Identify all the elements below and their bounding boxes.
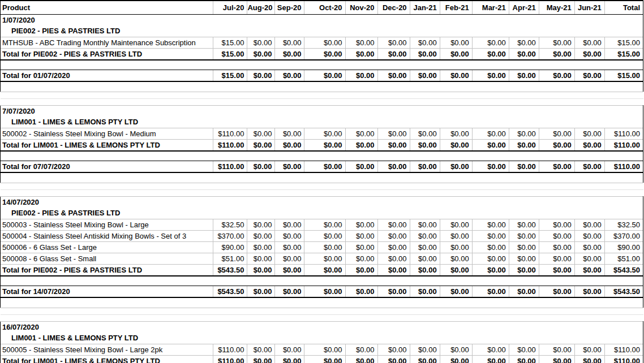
column-header-total[interactable]: Total	[604, 1, 643, 14]
total-label-cell[interactable]: Total for LIM001 - LIMES & LEMONS PTY LT…	[1, 355, 213, 363]
amount-cell-feb-21[interactable]: $0.00	[440, 219, 472, 230]
product-label-cell[interactable]: MTHSUB - ABC Trading Monthly Maintenance…	[1, 37, 213, 48]
amount-cell-sep-20[interactable]: $0.00	[275, 139, 304, 151]
amount-cell-jul-20[interactable]: $110.00	[213, 139, 247, 151]
amount-cell-mar-21[interactable]: $0.00	[472, 37, 509, 48]
amount-cell-mar-21[interactable]: $0.00	[472, 230, 509, 241]
amount-cell-jan-21[interactable]: $0.00	[410, 355, 440, 363]
product-label-cell[interactable]: 500003 - Stainless Steel Mixing Bowl - L…	[1, 219, 213, 230]
amount-cell-sep-20[interactable]: $0.00	[275, 161, 304, 173]
amount-cell-apr-21[interactable]: $0.00	[509, 355, 539, 363]
amount-cell-jul-20[interactable]: $32.50	[213, 219, 247, 230]
amount-cell-mar-21[interactable]: $0.00	[472, 355, 509, 363]
amount-cell-oct-20[interactable]: $0.00	[304, 37, 345, 48]
amount-cell-mar-21[interactable]: $0.00	[472, 128, 509, 139]
amount-cell-apr-21[interactable]: $0.00	[509, 264, 539, 276]
amount-cell-aug-20[interactable]: $0.00	[247, 128, 275, 139]
product-label-cell[interactable]: 500002 - Stainless Steel Mixing Bowl - M…	[1, 128, 213, 139]
amount-cell-nov-20[interactable]: $0.00	[345, 219, 377, 230]
amount-cell-dec-20[interactable]: $0.00	[377, 241, 410, 253]
amount-cell-sep-20[interactable]: $0.00	[275, 219, 304, 230]
amount-cell-dec-20[interactable]: $0.00	[377, 230, 410, 241]
amount-cell-mar-21[interactable]: $0.00	[472, 48, 509, 60]
amount-cell-apr-21[interactable]: $0.00	[509, 48, 539, 60]
amount-cell-aug-20[interactable]: $0.00	[247, 219, 275, 230]
column-header-jul-20[interactable]: Jul-20	[213, 1, 247, 14]
amount-cell-mar-21[interactable]: $0.00	[472, 161, 509, 173]
amount-cell-sep-20[interactable]: $0.00	[275, 241, 304, 253]
amount-cell-jan-21[interactable]: $0.00	[410, 219, 440, 230]
amount-cell-total[interactable]: $90.00	[604, 241, 643, 253]
amount-cell-jun-21[interactable]: $0.00	[574, 128, 604, 139]
amount-cell-mar-21[interactable]: $0.00	[472, 219, 509, 230]
column-header-product[interactable]: Product	[1, 1, 213, 14]
total-label-cell[interactable]: Total for 07/07/2020	[1, 161, 213, 173]
amount-cell-aug-20[interactable]: $0.00	[247, 161, 275, 173]
amount-cell-may-21[interactable]: $0.00	[539, 355, 574, 363]
amount-cell-apr-21[interactable]: $0.00	[509, 344, 539, 355]
amount-cell-total[interactable]: $15.00	[604, 48, 643, 60]
column-header-jan-21[interactable]: Jan-21	[410, 1, 440, 14]
amount-cell-jul-20[interactable]: $15.00	[213, 48, 247, 60]
amount-cell-aug-20[interactable]: $0.00	[247, 264, 275, 276]
amount-cell-total[interactable]: $110.00	[604, 139, 643, 151]
amount-cell-nov-20[interactable]: $0.00	[345, 286, 377, 298]
amount-cell-nov-20[interactable]: $0.00	[345, 264, 377, 276]
amount-cell-total[interactable]: $15.00	[604, 70, 643, 82]
amount-cell-jun-21[interactable]: $0.00	[574, 139, 604, 151]
amount-cell-apr-21[interactable]: $0.00	[509, 219, 539, 230]
amount-cell-feb-21[interactable]: $0.00	[440, 344, 472, 355]
amount-cell-jan-21[interactable]: $0.00	[410, 70, 440, 82]
amount-cell-apr-21[interactable]: $0.00	[509, 128, 539, 139]
amount-cell-jul-20[interactable]: $110.00	[213, 161, 247, 173]
amount-cell-apr-21[interactable]: $0.00	[509, 139, 539, 151]
amount-cell-sep-20[interactable]: $0.00	[275, 344, 304, 355]
amount-cell-aug-20[interactable]: $0.00	[247, 230, 275, 241]
amount-cell-aug-20[interactable]: $0.00	[247, 70, 275, 82]
amount-cell-aug-20[interactable]: $0.00	[247, 253, 275, 264]
amount-cell-jan-21[interactable]: $0.00	[410, 253, 440, 264]
amount-cell-may-21[interactable]: $0.00	[539, 286, 574, 298]
total-label-cell[interactable]: Total for 01/07/2020	[1, 70, 213, 82]
amount-cell-dec-20[interactable]: $0.00	[377, 219, 410, 230]
amount-cell-nov-20[interactable]: $0.00	[345, 355, 377, 363]
column-header-feb-21[interactable]: Feb-21	[440, 1, 472, 14]
amount-cell-dec-20[interactable]: $0.00	[377, 128, 410, 139]
total-label-cell[interactable]: Total for PIE002 - PIES & PASTRIES LTD	[1, 48, 213, 60]
amount-cell-total[interactable]: $543.50	[604, 286, 643, 298]
amount-cell-aug-20[interactable]: $0.00	[247, 48, 275, 60]
total-label-cell[interactable]: Total for 14/07/2020	[1, 286, 213, 298]
amount-cell-jun-21[interactable]: $0.00	[574, 48, 604, 60]
amount-cell-oct-20[interactable]: $0.00	[304, 70, 345, 82]
amount-cell-may-21[interactable]: $0.00	[539, 230, 574, 241]
amount-cell-jun-21[interactable]: $0.00	[574, 230, 604, 241]
amount-cell-oct-20[interactable]: $0.00	[304, 264, 345, 276]
amount-cell-dec-20[interactable]: $0.00	[377, 48, 410, 60]
amount-cell-oct-20[interactable]: $0.00	[304, 355, 345, 363]
amount-cell-oct-20[interactable]: $0.00	[304, 48, 345, 60]
amount-cell-nov-20[interactable]: $0.00	[345, 253, 377, 264]
amount-cell-jul-20[interactable]: $110.00	[213, 128, 247, 139]
amount-cell-oct-20[interactable]: $0.00	[304, 230, 345, 241]
amount-cell-jul-20[interactable]: $15.00	[213, 37, 247, 48]
amount-cell-total[interactable]: $51.00	[604, 253, 643, 264]
amount-cell-dec-20[interactable]: $0.00	[377, 253, 410, 264]
amount-cell-jul-20[interactable]: $15.00	[213, 70, 247, 82]
amount-cell-apr-21[interactable]: $0.00	[509, 253, 539, 264]
product-label-cell[interactable]: 500004 - Stainless Steel Antiskid Mixing…	[1, 230, 213, 241]
amount-cell-sep-20[interactable]: $0.00	[275, 48, 304, 60]
amount-cell-total[interactable]: $15.00	[604, 37, 643, 48]
amount-cell-may-21[interactable]: $0.00	[539, 128, 574, 139]
amount-cell-feb-21[interactable]: $0.00	[440, 355, 472, 363]
amount-cell-sep-20[interactable]: $0.00	[275, 355, 304, 363]
amount-cell-oct-20[interactable]: $0.00	[304, 128, 345, 139]
amount-cell-mar-21[interactable]: $0.00	[472, 253, 509, 264]
amount-cell-nov-20[interactable]: $0.00	[345, 139, 377, 151]
amount-cell-dec-20[interactable]: $0.00	[377, 355, 410, 363]
amount-cell-jan-21[interactable]: $0.00	[410, 161, 440, 173]
column-header-may-21[interactable]: May-21	[539, 1, 574, 14]
amount-cell-feb-21[interactable]: $0.00	[440, 139, 472, 151]
amount-cell-sep-20[interactable]: $0.00	[275, 128, 304, 139]
amount-cell-oct-20[interactable]: $0.00	[304, 286, 345, 298]
amount-cell-nov-20[interactable]: $0.00	[345, 241, 377, 253]
